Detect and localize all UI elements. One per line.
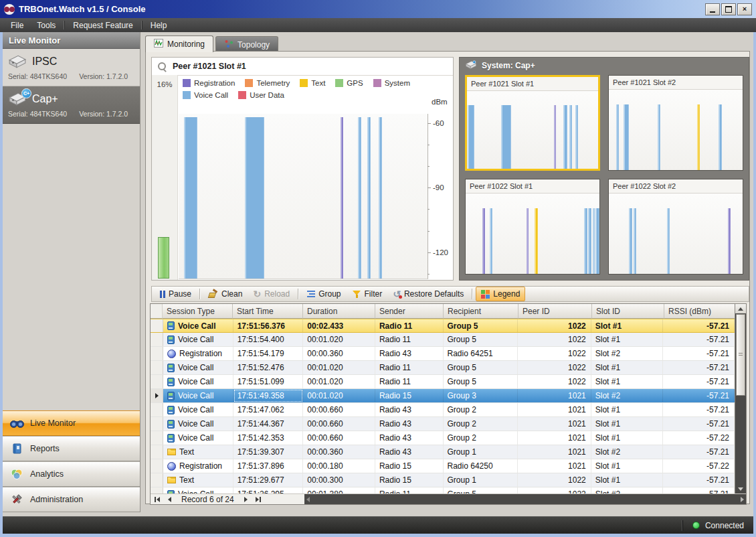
cell-duration: 00:01.020 [303,333,375,346]
scrollbar-thumb[interactable] [736,314,745,396]
mini-chart-peer-1022-slot-1[interactable]: Peer #1022 Slot #1 [465,179,600,275]
axis-tick [428,231,430,232]
cell-duration: 00:00.660 [303,431,375,445]
mini-chart-grid: Peer #1021 Slot #1Peer #1021 Slot #2Peer… [465,75,743,275]
chart-bar-registration [728,208,730,274]
axis-tick-label: -120 [433,248,448,256]
sidebar-item-reports[interactable]: Reports [3,436,140,461]
row-selector-cell [151,459,163,473]
tab-monitoring[interactable]: Monitoring [145,35,213,52]
menu-item-help[interactable]: Help [144,18,174,32]
session-type-label: Voice Call [178,377,213,386]
axis-tick-label: -90 [433,183,444,191]
table-header: Session TypeStart TimeDurationSenderReci… [151,304,746,319]
table-row[interactable]: Voice Call17:51:49.35800:01.020Radio 15G… [151,389,735,403]
first-record-button[interactable] [151,494,163,504]
scroll-left-arrow-icon[interactable] [306,497,310,502]
cell-recipient: Group 5 [444,333,518,346]
toolbar-separator [298,289,299,299]
chart-bar-voice [563,105,567,169]
restore-defaults-button[interactable]: ↺Restore Defaults [387,287,469,301]
table-row[interactable]: Text17:51:39.30700:00.360Radio 43Group 1… [151,445,735,459]
menu-item-file[interactable]: File [4,18,30,32]
cell-recipient: Group 3 [444,389,518,402]
chart-bar-voice [245,117,264,279]
table-row[interactable]: Registration17:51:37.89600:00.180Radio 1… [151,459,735,473]
mini-chart-peer-1022-slot-2[interactable]: Peer #1022 Slot #2 [608,179,743,275]
table-row[interactable]: Voice Call17:51:44.36700:00.660Radio 43G… [151,417,735,431]
chart-bar-voice [719,104,722,170]
table-row[interactable]: Voice Call17:51:52.47600:01.020Radio 11G… [151,361,735,375]
table-row[interactable]: Text17:51:29.67700:00.300Radio 15Group 1… [151,473,735,487]
tab-topology[interactable]: Topology [215,36,278,52]
table-row[interactable]: Voice Call17:51:56.37600:02.433Radio 11G… [151,319,735,333]
row-selector-cell [151,417,163,431]
cell-sender: Radio 11 [375,375,444,388]
restore-defaults-icon: ↺ [393,290,401,299]
cell-start-time: 17:51:49.358 [233,389,304,402]
maximize-button[interactable] [721,3,736,15]
scroll-up-arrow-icon[interactable] [735,304,746,313]
menu-item-tools[interactable]: Tools [30,18,62,32]
mini-chart-peer-1021-slot-1[interactable]: Peer #1021 Slot #1 [465,75,600,171]
chart-bar-voice [629,208,632,274]
chart-legend: RegistrationTelemetryTextGPSSystemVoice … [183,79,423,99]
close-button[interactable]: × [737,3,752,15]
mini-chart-peer-1021-slot-2[interactable]: Peer #1021 Slot #2 [608,75,743,171]
device-ipsc[interactable]: IPSCSerial: 484TKS640Version: 1.7.2.0 [3,49,140,86]
next-record-button[interactable] [240,494,252,504]
axis-tick [428,274,430,275]
main-chart-panel: Peer #1021 Slot #1 16% RegistrationTelem… [151,57,454,281]
clean-button[interactable]: Clean [203,287,248,301]
table-body: Voice Call17:51:56.37600:02.433Radio 11G… [151,319,735,495]
previous-record-button[interactable] [163,494,176,504]
cell-peer-id: 1022 [518,333,591,346]
pause-button[interactable]: Pause [155,287,197,301]
table-row[interactable]: Voice Call17:51:47.06200:00.660Radio 43G… [151,403,735,417]
record-counter: Record 6 of 24 [181,495,234,504]
cell-session-type: Voice Call [163,403,233,416]
cell-peer-id: 1022 [518,347,591,360]
device-name: IPSC [32,56,57,68]
scroll-down-arrow-icon[interactable] [735,484,746,493]
mini-chart-title: Peer #1022 Slot #2 [609,179,743,194]
sidebar-item-live-monitor[interactable]: Live Monitor [3,410,140,436]
chart-bar-voice [501,105,511,169]
vertical-scrollbar[interactable] [735,304,746,493]
chart-bar-voice [468,105,474,169]
table-row[interactable]: Voice Call17:51:51.09900:01.020Radio 11G… [151,375,735,389]
table-row[interactable]: Voice Call17:51:42.35300:00.660Radio 43G… [151,431,735,445]
horizontal-scrollbar[interactable] [304,494,746,504]
scroll-right-arrow-icon[interactable] [741,497,744,502]
sidebar-item-administration[interactable]: Administration [3,487,140,512]
session-type-label: Voice Call [178,419,213,429]
table-row[interactable]: Voice Call17:51:54.40000:01.020Radio 11G… [151,333,735,347]
table-row[interactable]: Registration17:51:54.17900:00.360Radio 4… [151,347,735,361]
cell-start-time: 17:51:44.367 [233,417,304,431]
chart-bar-voice [658,104,661,170]
column-header-start-time[interactable]: Start Time [233,304,303,319]
minimize-button[interactable] [705,3,720,15]
cell-start-time: 17:51:47.062 [233,403,304,416]
column-header-peer-id[interactable]: Peer ID [518,304,592,319]
column-header-session-type[interactable]: Session Type [163,304,233,319]
column-header-recipient[interactable]: Recipient [444,304,518,319]
session-type-label: Text [179,447,194,457]
device-cap[interactable]: C+Cap+Serial: 484TKS640Version: 1.7.2.0 [3,86,140,124]
column-header-sender[interactable]: Sender [375,304,444,319]
cell-session-type: Voice Call [163,319,233,332]
chart-bar-voice [616,104,619,170]
filter-button[interactable]: Filter [347,287,388,301]
last-record-button[interactable] [252,494,265,504]
column-header-rssi-dbm[interactable]: RSSI (dBm) [664,304,736,319]
cell-duration: 00:02.433 [303,319,375,332]
voice-call-icon [167,392,175,400]
group-button[interactable]: Group [302,287,346,301]
cell-start-time: 17:51:52.476 [233,361,304,374]
column-header-duration[interactable]: Duration [303,304,375,319]
column-header-slot-id[interactable]: Slot ID [592,304,664,319]
legend-swatch-telemetry [245,79,253,87]
sidebar-item-analytics[interactable]: Analytics [3,461,140,487]
menu-item-request-feature[interactable]: Request Feature [66,18,139,32]
legend-button[interactable]: Legend [476,287,525,301]
